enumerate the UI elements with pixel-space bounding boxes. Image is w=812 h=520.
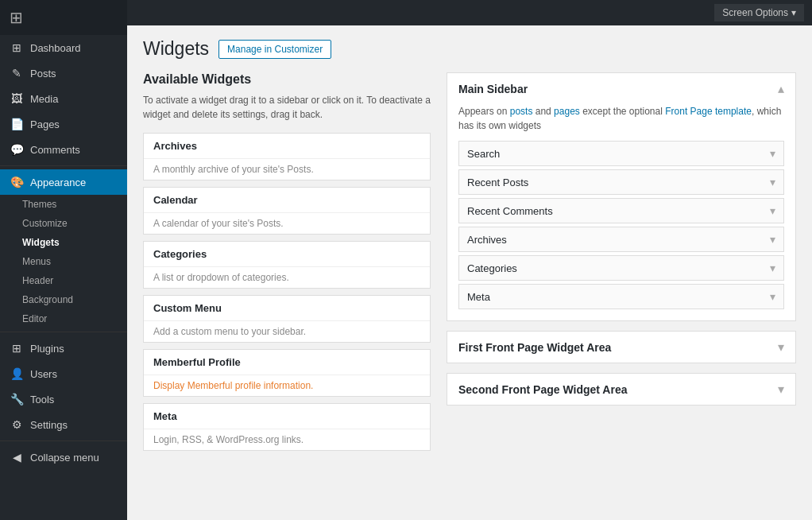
pages-link[interactable]: pages — [554, 106, 580, 117]
main-sidebar-widgets: Search ▾ Recent Posts ▾ Recent Comments … — [447, 141, 795, 320]
widget-label: Recent Posts — [467, 177, 528, 188]
chevron-down-icon: ▾ — [791, 7, 796, 18]
widget-card-meta[interactable]: Meta Login, RSS, & WordPress.org links. — [143, 403, 431, 451]
posts-icon: ✎ — [10, 67, 24, 80]
widget-card-desc: A monthly archive of your site's Posts. — [144, 159, 430, 180]
manage-in-customizer-button[interactable]: Manage in Customizer — [218, 40, 331, 59]
appearance-icon: 🎨 — [10, 176, 24, 188]
widget-card-desc: Add a custom menu to your sidebar. — [144, 321, 430, 342]
users-icon: 👤 — [10, 367, 24, 380]
sidebar-item-dashboard[interactable]: ⊞ Dashboard — [0, 35, 127, 60]
widget-card-memberful-profile[interactable]: Memberful Profile Display Memberful prof… — [143, 349, 431, 397]
chevron-down-icon: ▾ — [770, 290, 775, 303]
widget-label: Recent Comments — [467, 205, 553, 217]
main-sidebar-area: Main Sidebar ▴ Appears on posts and page… — [447, 72, 796, 321]
sidebar-divider-2 — [0, 332, 127, 332]
widget-card-desc: A list or dropdown of categories. — [144, 267, 430, 288]
two-column-layout: Available Widgets To activate a widget d… — [143, 72, 796, 457]
sidebar-item-label: Appearance — [30, 177, 86, 188]
sidebar-item-settings[interactable]: ⚙ Settings — [0, 412, 127, 437]
sidebar-sub-widgets[interactable]: Widgets — [0, 233, 127, 252]
pages-icon: 📄 — [10, 118, 24, 130]
sidebar-item-label: Media — [30, 93, 58, 105]
screen-options-button[interactable]: Screen Options ▾ — [714, 4, 804, 21]
first-front-page-area: First Front Page Widget Area ▾ — [447, 331, 796, 363]
tools-icon: 🔧 — [10, 393, 24, 406]
sidebar: ⊞ ⊞ Dashboard ✎ Posts 🖼 Media 📄 Pages 💬 … — [0, 0, 127, 520]
widget-card-custom-menu[interactable]: Custom Menu Add a custom menu to your si… — [143, 295, 431, 343]
sidebar-item-appearance[interactable]: 🎨 Appearance — [0, 169, 127, 195]
widget-card-categories[interactable]: Categories A list or dropdown of categor… — [143, 241, 431, 289]
sidebar-sub-customize[interactable]: Customize — [0, 214, 127, 233]
main-content: Widgets Manage in Customizer Available W… — [127, 0, 812, 520]
widget-card-desc: Login, RSS, & WordPress.org links. — [144, 429, 430, 450]
sidebar-item-collapse[interactable]: ◀ Collapse menu — [0, 444, 127, 470]
sidebar-item-posts[interactable]: ✎ Posts — [0, 60, 127, 86]
main-sidebar-area-desc: Appears on posts and pages except the op… — [447, 104, 795, 141]
widget-card-title: Archives — [144, 134, 430, 159]
second-front-page-area-header[interactable]: Second Front Page Widget Area ▾ — [447, 374, 795, 405]
available-widgets-column: Available Widgets To activate a widget d… — [143, 72, 431, 457]
sidebar-sub-header[interactable]: Header — [0, 271, 127, 290]
sidebar-item-media[interactable]: 🖼 Media — [0, 86, 127, 111]
available-widgets-description: To activate a widget drag it to a sideba… — [143, 93, 431, 122]
sidebar-widget-search[interactable]: Search ▾ — [458, 141, 784, 166]
topbar: Screen Options ▾ — [127, 0, 812, 25]
sidebar-sub-background[interactable]: Background — [0, 290, 127, 309]
sidebar-item-plugins[interactable]: ⊞ Plugins — [0, 336, 127, 361]
chevron-down-icon: ▾ — [770, 204, 775, 217]
chevron-down-icon: ▾ — [770, 176, 775, 188]
widget-label: Search — [467, 148, 500, 160]
first-front-page-area-header[interactable]: First Front Page Widget Area ▾ — [447, 332, 795, 363]
plugins-icon: ⊞ — [10, 342, 24, 355]
chevron-down-icon: ▾ — [778, 340, 784, 355]
widget-card-title: Custom Menu — [144, 296, 430, 321]
sidebar-widget-recent-posts[interactable]: Recent Posts ▾ — [458, 169, 784, 195]
screen-options-label: Screen Options — [722, 7, 788, 18]
sidebar-item-label: Comments — [30, 144, 80, 156]
widget-label: Categories — [467, 262, 517, 274]
chevron-down-icon: ▾ — [770, 233, 775, 246]
sidebar-widget-recent-comments[interactable]: Recent Comments ▾ — [458, 198, 784, 223]
main-sidebar-area-title: Main Sidebar — [458, 83, 528, 95]
sidebar-item-comments[interactable]: 💬 Comments — [0, 137, 127, 162]
media-icon: 🖼 — [10, 92, 24, 105]
sidebar-widget-categories[interactable]: Categories ▾ — [458, 255, 784, 281]
posts-link[interactable]: posts — [510, 106, 533, 117]
sidebar-logo: ⊞ — [0, 0, 127, 35]
front-page-link[interactable]: Front Page template — [665, 106, 752, 117]
widget-card-title: Meta — [144, 404, 430, 429]
available-widgets-heading: Available Widgets — [143, 72, 431, 87]
widget-label: Archives — [467, 234, 507, 246]
sidebar-divider-3 — [0, 440, 127, 441]
chevron-down-icon: ▾ — [770, 147, 775, 160]
sidebar-divider — [0, 165, 127, 166]
main-sidebar-area-header[interactable]: Main Sidebar ▴ — [447, 73, 795, 104]
wp-logo-icon: ⊞ — [10, 8, 23, 27]
chevron-down-icon: ▾ — [770, 262, 775, 274]
second-front-page-area: Second Front Page Widget Area ▾ — [447, 373, 796, 406]
comments-icon: 💬 — [10, 143, 24, 156]
widget-card-calendar[interactable]: Calendar A calendar of your site's Posts… — [143, 187, 431, 235]
widget-card-archives[interactable]: Archives A monthly archive of your site'… — [143, 133, 431, 180]
widget-card-desc: A calendar of your site's Posts. — [144, 213, 430, 234]
sidebar-sub-menus[interactable]: Menus — [0, 252, 127, 271]
sidebar-item-users[interactable]: 👤 Users — [0, 361, 127, 386]
sidebar-sub-themes[interactable]: Themes — [0, 195, 127, 214]
sidebar-widget-meta[interactable]: Meta ▾ — [458, 284, 784, 309]
sidebar-item-label: Users — [30, 368, 57, 380]
sidebar-widget-archives[interactable]: Archives ▾ — [458, 227, 784, 252]
sidebar-item-label: Tools — [30, 394, 54, 406]
dashboard-icon: ⊞ — [10, 41, 24, 54]
sidebar-item-label: Plugins — [30, 343, 64, 355]
chevron-down-icon: ▾ — [778, 382, 784, 397]
first-front-page-area-title: First Front Page Widget Area — [458, 341, 611, 354]
sidebar-areas-column: Main Sidebar ▴ Appears on posts and page… — [447, 72, 796, 457]
sidebar-sub-editor[interactable]: Editor — [0, 309, 127, 328]
widget-card-title: Memberful Profile — [144, 350, 430, 375]
settings-icon: ⚙ — [10, 418, 24, 431]
sidebar-item-label: Settings — [30, 419, 68, 431]
sidebar-item-tools[interactable]: 🔧 Tools — [0, 386, 127, 412]
widget-card-title: Calendar — [144, 188, 430, 213]
sidebar-item-pages[interactable]: 📄 Pages — [0, 111, 127, 137]
